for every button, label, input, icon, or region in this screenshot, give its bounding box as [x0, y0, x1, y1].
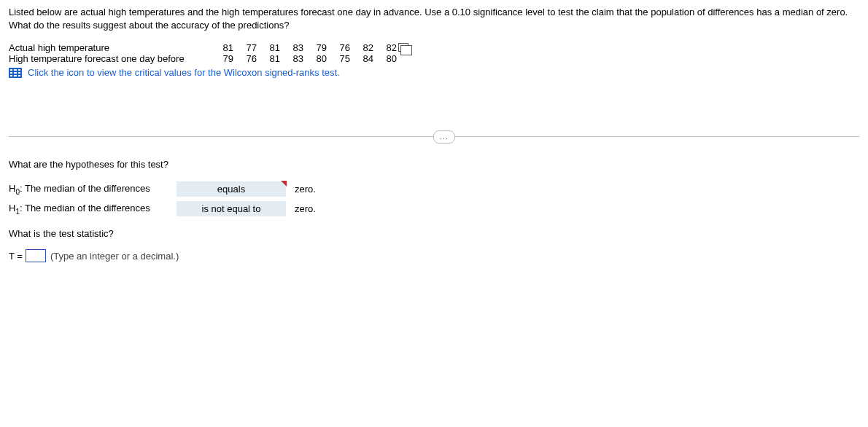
h0-relation-select[interactable]: equals — [177, 181, 286, 197]
h0-row: H0: The median of the differences equals… — [9, 181, 859, 197]
cell: 80 — [376, 53, 397, 64]
cell: 76 — [330, 42, 350, 53]
table-row: High temperature forecast one day before… — [9, 53, 859, 64]
cell: 80 — [306, 53, 327, 64]
cell: 83 — [283, 53, 303, 64]
t-equals-label: T = — [9, 251, 23, 262]
content-divider: ... — [9, 136, 859, 137]
cell: 81 — [260, 53, 280, 64]
h0-letter: H — [9, 183, 15, 194]
intro-line-2: What do the results suggest about the ac… — [9, 19, 859, 32]
h0-label: H0: The median of the differences — [9, 183, 177, 196]
copy-icon[interactable] — [398, 43, 408, 52]
cell: 82 — [353, 42, 373, 53]
t-value-input[interactable] — [26, 249, 46, 262]
hypotheses-section: What are the hypotheses for this test? H… — [9, 159, 859, 216]
cell: 79 — [213, 53, 233, 64]
t-input-row: T = (Type an integer or a decimal.) — [9, 249, 859, 262]
cell: 77 — [236, 42, 257, 53]
input-hint: (Type an integer or a decimal.) — [50, 251, 179, 262]
problem-text: Listed below are actual high temperature… — [9, 6, 859, 32]
cell: 84 — [353, 53, 373, 64]
expand-button[interactable]: ... — [433, 130, 455, 144]
row-label-actual: Actual high temperature — [9, 42, 213, 53]
h1-text: : The median of the differences — [20, 203, 150, 214]
h1-row: H1: The median of the differences is not… — [9, 201, 859, 216]
test-statistic-question: What is the test statistic? — [9, 228, 859, 239]
h0-after: zero. — [295, 184, 316, 195]
cell: 79 — [306, 42, 327, 53]
row-values-forecast: 79 76 81 83 80 75 84 80 — [213, 53, 400, 64]
cell: 75 — [330, 53, 350, 64]
cell: 83 — [283, 42, 303, 53]
hypotheses-question: What are the hypotheses for this test? — [9, 159, 859, 170]
data-table: Actual high temperature 81 77 81 83 79 7… — [9, 42, 859, 64]
h0-text: : The median of the differences — [20, 183, 150, 194]
h1-label: H1: The median of the differences — [9, 203, 177, 216]
table-row: Actual high temperature 81 77 81 83 79 7… — [9, 42, 859, 53]
row-label-forecast: High temperature forecast one day before — [9, 53, 213, 64]
critical-values-link-row[interactable]: Click the icon to view the critical valu… — [9, 67, 859, 78]
row-values-actual: 81 77 81 83 79 76 82 82 — [213, 42, 400, 53]
critical-values-link[interactable]: Click the icon to view the critical valu… — [28, 67, 340, 78]
h1-letter: H — [9, 203, 15, 214]
h1-after: zero. — [295, 203, 316, 214]
test-statistic-section: What is the test statistic? T = (Type an… — [9, 228, 859, 262]
h1-relation-select[interactable]: is not equal to — [177, 201, 286, 216]
intro-line-1: Listed below are actual high temperature… — [9, 6, 859, 19]
cell: 76 — [236, 53, 257, 64]
cell: 81 — [260, 42, 280, 53]
cell: 82 — [376, 42, 397, 53]
table-icon[interactable] — [9, 68, 22, 78]
cell: 81 — [213, 42, 233, 53]
